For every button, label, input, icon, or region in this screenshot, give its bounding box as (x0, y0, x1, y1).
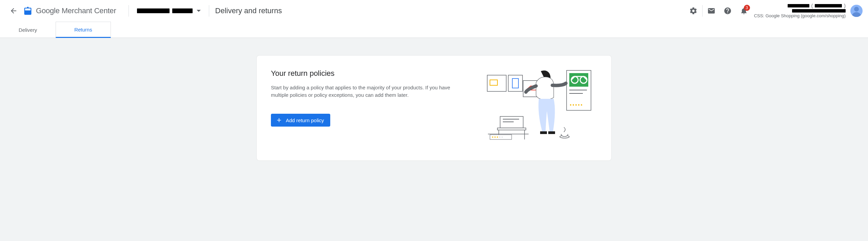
account-info: () CSS: Google Shopping (google.com/shop… (754, 3, 846, 19)
card-title: Your return policies (271, 69, 465, 78)
chevron-down-icon (197, 10, 201, 12)
brand-lockup: Google Merchant Center (23, 6, 116, 16)
redacted-text (815, 4, 842, 7)
svg-rect-4 (508, 75, 522, 91)
mail-icon (707, 7, 715, 15)
redacted-text (792, 9, 846, 13)
mail-button[interactable] (703, 3, 719, 19)
merchant-center-logo-icon (23, 6, 33, 16)
separator (209, 5, 209, 17)
settings-button[interactable] (685, 3, 702, 19)
svg-rect-20 (548, 131, 555, 134)
help-icon (724, 7, 732, 15)
back-button[interactable] (5, 3, 22, 19)
svg-point-32 (499, 136, 500, 138)
svg-point-18 (581, 104, 582, 106)
page-title: Delivery and returns (215, 6, 282, 15)
help-button[interactable] (719, 3, 736, 19)
account-selector[interactable] (135, 7, 203, 15)
redacted-text (137, 8, 170, 13)
gear-icon (689, 7, 697, 15)
redacted-text (788, 4, 809, 7)
return-policies-card: Your return policies Start by adding a p… (257, 56, 611, 160)
notification-badge: 3 (744, 5, 750, 11)
plus-icon (276, 117, 282, 124)
avatar[interactable] (850, 5, 863, 17)
svg-point-31 (497, 136, 498, 138)
notifications-button[interactable]: 3 (736, 3, 752, 19)
svg-rect-1 (25, 8, 31, 10)
svg-point-16 (575, 104, 577, 106)
svg-point-30 (494, 136, 496, 138)
svg-point-17 (578, 104, 579, 106)
arrow-left-icon (9, 7, 18, 15)
redacted-text (172, 8, 193, 13)
tab-delivery[interactable]: Delivery (0, 22, 56, 38)
main-stage: Your return policies Start by adding a p… (0, 38, 868, 160)
separator (702, 5, 703, 17)
add-return-policy-button[interactable]: Add return policy (271, 114, 330, 127)
separator (129, 5, 129, 17)
svg-rect-9 (569, 73, 588, 87)
svg-point-15 (573, 104, 574, 106)
card-body: Start by adding a policy that applies to… (271, 84, 465, 99)
tab-returns[interactable]: Returns (56, 22, 111, 38)
illustration (485, 69, 597, 141)
brand-text: Google Merchant Center (36, 6, 116, 15)
svg-rect-19 (540, 131, 547, 134)
svg-point-29 (492, 136, 493, 138)
svg-rect-2 (27, 7, 29, 8)
svg-point-33 (501, 136, 503, 138)
svg-point-14 (570, 104, 571, 106)
top-bar: Google Merchant Center Delivery and retu… (0, 0, 868, 22)
svg-rect-22 (497, 128, 526, 130)
button-label: Add return policy (286, 117, 324, 123)
css-property-line: CSS: Google Shopping (google.com/shoppin… (754, 13, 846, 19)
tabs: Delivery Returns (0, 22, 868, 38)
